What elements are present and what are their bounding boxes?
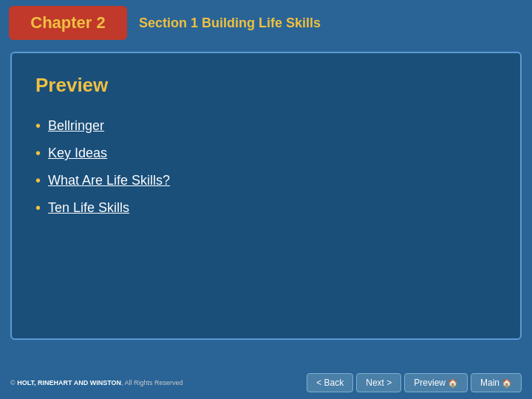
preview-button[interactable]: Preview 🏠 [404,373,468,392]
key-ideas-link[interactable]: Key Ideas [48,146,107,161]
preview-label: Preview [414,378,446,388]
main-icon: 🏠 [502,378,512,388]
what-are-life-skills-link[interactable]: What Are Life Skills? [48,173,170,188]
section-title: Section 1 Building Life Skills [139,16,321,31]
main-button[interactable]: Main 🏠 [471,373,522,392]
copyright: © HOLT, RINEHART AND WINSTON, All Rights… [10,379,183,386]
chapter-number: 2 [97,13,106,32]
next-button[interactable]: Next > [356,373,401,392]
bellringer-link[interactable]: Bellringer [48,118,104,134]
section-title-rest: Building Life Skills [202,16,321,30]
header: Chapter 2 Section 1 Building Life Skills [0,0,532,46]
chapter-badge: Chapter 2 [9,6,127,40]
main-content: Preview Bellringer Key Ideas What Are Li… [10,52,522,340]
chapter-label: Chapter [30,13,92,32]
list-item: Bellringer [35,117,497,134]
preview-icon: 🏠 [448,378,458,388]
nav-buttons: < Back Next > Preview 🏠 Main 🏠 [307,373,522,392]
list-item: What Are Life Skills? [35,172,497,189]
list-item: Key Ideas [35,145,497,162]
list-item: Ten Life Skills [35,200,497,216]
main-label: Main [480,378,499,388]
copyright-bold: HOLT, RINEHART AND WINSTON [17,379,121,386]
back-button[interactable]: < Back [307,373,353,392]
ten-life-skills-link[interactable]: Ten Life Skills [48,200,129,216]
bullet-list: Bellringer Key Ideas What Are Life Skill… [35,117,497,216]
preview-title: Preview [35,74,497,97]
section-prefix: Section 1 [139,16,198,30]
footer: © HOLT, RINEHART AND WINSTON, All Rights… [0,366,532,399]
